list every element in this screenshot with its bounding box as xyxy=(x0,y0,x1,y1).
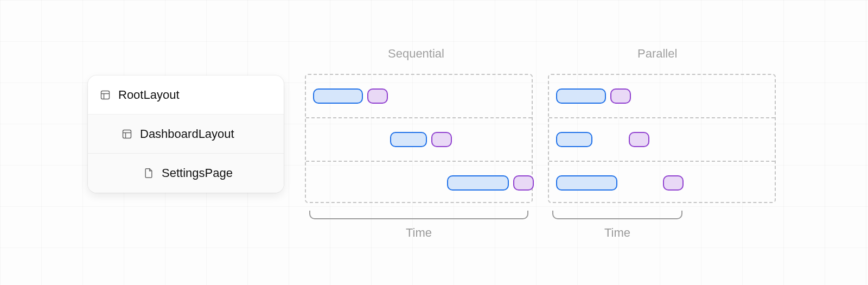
fetch-bar xyxy=(556,175,617,191)
tree-row-settings: SettingsPage xyxy=(88,154,284,193)
axis-label: Time xyxy=(552,226,682,240)
diagram-stage: RootLayout DashboardLayout SettingsPage … xyxy=(0,0,868,285)
layout-icon xyxy=(100,90,111,100)
tree-row-label: SettingsPage xyxy=(162,166,233,180)
timeline-lane xyxy=(549,75,775,117)
column-header-parallel: Parallel xyxy=(637,47,677,61)
timeline-lane xyxy=(306,117,532,161)
axis-bracket xyxy=(552,211,682,219)
fetch-bar xyxy=(447,175,508,191)
tree-row-dashboard: DashboardLayout xyxy=(88,115,284,154)
time-axis-parallel: Time xyxy=(552,211,682,243)
file-icon xyxy=(143,168,154,179)
render-pill xyxy=(367,88,388,104)
axis-label: Time xyxy=(309,226,528,240)
svg-rect-0 xyxy=(101,91,110,99)
render-pill xyxy=(663,175,684,191)
timeline-lane xyxy=(549,161,775,204)
timeline-lane xyxy=(306,161,532,204)
render-pill xyxy=(629,132,649,147)
layout-icon xyxy=(122,129,132,140)
timeline-lane xyxy=(549,117,775,161)
fetch-bar xyxy=(556,132,592,147)
fetch-bar xyxy=(390,132,426,147)
column-header-sequential: Sequential xyxy=(388,47,444,61)
fetch-bar xyxy=(556,88,606,104)
svg-rect-1 xyxy=(123,130,131,138)
render-pill xyxy=(431,132,452,147)
render-pill xyxy=(610,88,631,104)
axis-bracket xyxy=(309,211,528,219)
timeline-sequential xyxy=(305,74,533,203)
route-tree-card: RootLayout DashboardLayout SettingsPage xyxy=(88,75,284,193)
timeline-parallel xyxy=(548,74,776,203)
render-pill xyxy=(513,175,534,191)
tree-row-label: RootLayout xyxy=(118,88,180,102)
tree-row-root: RootLayout xyxy=(88,75,284,115)
tree-row-label: DashboardLayout xyxy=(140,127,234,141)
time-axis-sequential: Time xyxy=(309,211,528,243)
timeline-lane xyxy=(306,75,532,117)
fetch-bar xyxy=(313,88,363,104)
